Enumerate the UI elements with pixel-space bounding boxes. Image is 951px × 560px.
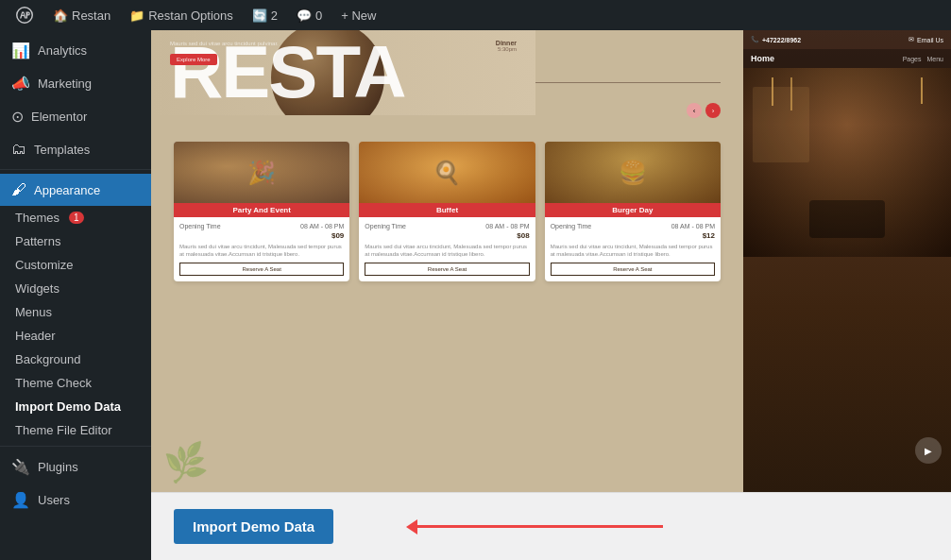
sidebar-item-analytics[interactable]: 📊 Analytics [0, 34, 151, 67]
party-card-price: $09 [179, 231, 344, 240]
dinner-label: Dinner [496, 40, 517, 46]
prev-arrow[interactable]: ‹ [687, 103, 702, 118]
dinner-info: Dinner 5:30pm [496, 40, 517, 52]
party-card-desc: Mauris sed dui vitae arcu tincidunt, Mal… [179, 243, 344, 259]
users-label: Users [38, 493, 70, 507]
email-icon: ✉ [909, 36, 914, 43]
comments-count: 0 [315, 8, 322, 23]
explore-more-btn[interactable]: Explore More [170, 54, 217, 65]
right-nav-links: Pages Menu [903, 56, 943, 62]
hero-description: Mauris sed dui vitae arcu tincidunt pulv… [170, 40, 293, 65]
sidebar-item-patterns[interactable]: Patterns [0, 229, 151, 253]
sidebar-item-appearance[interactable]: 🖌 Appearance [0, 174, 151, 206]
updates-icon: 🔄 [252, 8, 267, 23]
play-button[interactable]: ▶ [915, 437, 942, 464]
next-arrow[interactable]: › [705, 103, 721, 118]
buffet-img-icon: 🍳 [359, 142, 535, 203]
service-card-party: 🎉 Party And Event Opening Time 08 AM - 0… [174, 142, 349, 281]
sidebar-item-marketing[interactable]: 📣 Marketing [0, 67, 151, 100]
table-silhouette [809, 200, 885, 238]
sidebar-item-widgets[interactable]: Widgets [0, 277, 151, 300]
import-demo-label: Import Demo Data [15, 399, 121, 414]
sidebar-item-theme-editor[interactable]: Theme File Editor [0, 418, 151, 442]
menus-label: Menus [15, 305, 52, 319]
buffet-reserve-btn[interactable]: Reserve A Seat [365, 263, 529, 276]
service-cards: 🎉 Party And Event Opening Time 08 AM - 0… [174, 142, 721, 281]
arrow-head [406, 519, 417, 535]
bottom-bar: Import Demo Data [151, 492, 951, 560]
patterns-label: Patterns [15, 234, 60, 248]
comments-icon: 💬 [297, 8, 312, 23]
updates-button[interactable]: 🔄 2 [245, 0, 285, 30]
burger-card-time: Opening Time 08 AM - 08 PM [551, 223, 715, 229]
burger-card-desc: Mauris sed dui vitae arcu tincidunt, Mal… [551, 243, 715, 259]
elementor-icon: ⊙ [11, 108, 24, 126]
sidebar-item-header[interactable]: Header [0, 324, 151, 348]
site-name-button[interactable]: 🏠 Restan [45, 0, 118, 30]
new-button[interactable]: + New [333, 0, 383, 30]
import-demo-button[interactable]: Import Demo Data [174, 509, 333, 544]
buffet-card-price: $08 [365, 231, 529, 240]
sidebar-item-elementor[interactable]: ⊙ Elementor [0, 100, 151, 133]
admin-bar: 🏠 Restan 📁 Restan Options 🔄 2 💬 0 + New [0, 0, 951, 30]
preview-right: 📞 +47222/8962 ✉ Email Us Home [743, 30, 951, 492]
plugins-icon: 🔌 [11, 458, 30, 476]
sidebar-item-menus[interactable]: Menus [0, 300, 151, 324]
sidebar: 📊 Analytics 📣 Marketing ⊙ Elementor 🗂 Te… [0, 30, 151, 560]
service-card-buffet: 🍳 Buffet Opening Time 08 AM - 08 PM $08 [359, 142, 535, 281]
party-reserve-btn[interactable]: Reserve A Seat [179, 263, 344, 276]
comments-button[interactable]: 💬 0 [289, 0, 330, 30]
sidebar-item-users[interactable]: 👤 Users [0, 484, 151, 517]
sidebar-item-themes[interactable]: Themes 1 [0, 206, 151, 229]
sidebar-item-background[interactable]: Background [0, 348, 151, 371]
hero-desc-text: Mauris sed dui vitae arcu tincidunt pulv… [170, 40, 293, 48]
party-card-label: Party And Event [174, 203, 349, 217]
right-panel: 📞 +47222/8962 ✉ Email Us Home [743, 30, 951, 492]
burger-card-price: $12 [551, 231, 715, 240]
nav-pages: Pages [903, 56, 922, 62]
elementor-label: Elementor [31, 110, 87, 124]
users-icon: 👤 [11, 491, 30, 509]
preview-container: RESTA Dinner 5:30pm Mauris sed dui vitae… [151, 30, 951, 492]
sidebar-item-plugins[interactable]: 🔌 Plugins [0, 450, 151, 484]
dinner-time: 5:30pm [496, 46, 517, 52]
phone-number: +47222/8962 [762, 37, 801, 43]
background-label: Background [15, 352, 80, 366]
wp-logo-button[interactable] [8, 0, 42, 30]
nav-menu: Menu [926, 56, 943, 62]
marketing-icon: 📣 [11, 75, 30, 93]
marketing-label: Marketing [38, 76, 92, 91]
party-card-body: Opening Time 08 AM - 08 PM $09 Mauris se… [174, 217, 349, 281]
customize-label: Customize [15, 258, 73, 272]
updates-count: 2 [271, 8, 278, 23]
buffet-card-body: Opening Time 08 AM - 08 PM $08 Mauris se… [359, 217, 535, 281]
themes-badge: 1 [69, 212, 84, 224]
new-label: + New [341, 8, 376, 23]
email-address: Email Us [917, 37, 943, 43]
theme-editor-label: Theme File Editor [15, 423, 112, 437]
burger-img-icon: 🍔 [545, 142, 721, 203]
right-nav-logo: Home [751, 54, 774, 63]
restaurant-preview: RESTA Dinner 5:30pm Mauris sed dui vitae… [151, 30, 951, 492]
templates-icon: 🗂 [11, 141, 26, 158]
arrow-indicator [406, 519, 663, 535]
appearance-icon: 🖌 [11, 181, 26, 198]
sidebar-item-theme-check[interactable]: Theme Check [0, 371, 151, 395]
party-img-icon: 🎉 [174, 142, 349, 203]
sidebar-item-templates[interactable]: 🗂 Templates [0, 133, 151, 165]
widgets-label: Widgets [15, 281, 59, 296]
appearance-label: Appearance [34, 183, 100, 197]
party-card-time: Opening Time 08 AM - 08 PM [179, 223, 344, 229]
content-area: RESTA Dinner 5:30pm Mauris sed dui vitae… [151, 30, 951, 560]
site-name: Restan [72, 8, 110, 23]
sidebar-sep-2 [0, 446, 151, 447]
arrow-body [417, 525, 663, 528]
restan-options-label: Restan Options [148, 8, 233, 23]
main-layout: 📊 Analytics 📣 Marketing ⊙ Elementor 🗂 Te… [0, 30, 951, 560]
theme-check-label: Theme Check [15, 376, 92, 390]
sidebar-item-import-demo[interactable]: Import Demo Data [0, 395, 151, 418]
right-panel-email: ✉ Email Us [909, 36, 943, 43]
restan-options-button[interactable]: 📁 Restan Options [122, 0, 241, 30]
sidebar-item-customize[interactable]: Customize [0, 253, 151, 277]
burger-reserve-btn[interactable]: Reserve A Seat [551, 263, 715, 276]
